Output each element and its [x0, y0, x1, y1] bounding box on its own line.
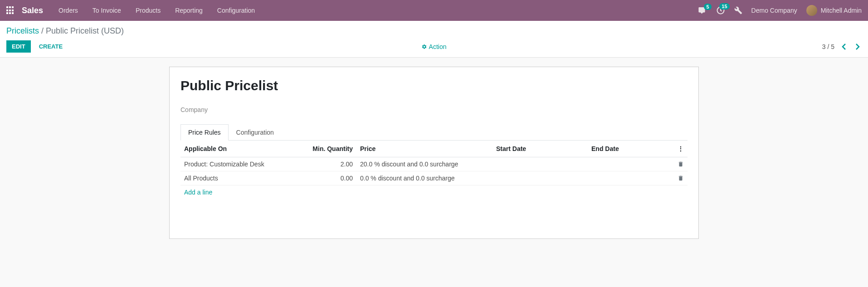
cell-end-date [588, 171, 674, 185]
company-switcher[interactable]: Demo Company [751, 7, 797, 14]
action-label: Action [429, 43, 447, 50]
page-title: Public Pricelist [180, 78, 688, 93]
user-menu[interactable]: Mitchell Admin [806, 5, 862, 16]
tab-price-rules[interactable]: Price Rules [180, 124, 229, 141]
col-applicable-on: Applicable On [180, 141, 297, 157]
edit-button[interactable]: Edit [6, 40, 31, 53]
form-sheet: Public Pricelist Company Price Rules Con… [169, 67, 699, 239]
cell-start-date [493, 171, 588, 185]
cell-min-qty: 0.00 [297, 171, 356, 185]
main-navbar: Sales Orders To Invoice Products Reporti… [0, 0, 868, 21]
kebab-icon: ⋮ [678, 145, 684, 152]
debug-icon[interactable] [734, 6, 742, 15]
tabs: Price Rules Configuration [180, 124, 688, 141]
pager: 3 / 5 [822, 41, 862, 52]
create-button[interactable]: Create [34, 40, 68, 53]
breadcrumb-current: Public Pricelist (USD) [46, 26, 124, 35]
app-name[interactable]: Sales [22, 6, 43, 15]
navbar-right: 5 15 Demo Company Mitchell Admin [698, 5, 862, 16]
trash-icon [678, 161, 684, 167]
avatar [806, 5, 817, 16]
nav-item-products[interactable]: Products [128, 0, 168, 21]
messages-badge: 5 [704, 4, 711, 10]
nav-item-orders[interactable]: Orders [51, 0, 85, 21]
nav-menu: Orders To Invoice Products Reporting Con… [51, 0, 262, 21]
cell-price: 20.0 % discount and 0.0 surcharge [356, 157, 493, 171]
control-panel: Pricelists / Public Pricelist (USD) Edit… [0, 21, 868, 58]
activities-icon[interactable]: 15 [716, 6, 725, 15]
user-name: Mitchell Admin [821, 7, 862, 14]
cell-start-date [493, 157, 588, 171]
cell-applicable-on: Product: Customizable Desk [180, 157, 297, 171]
breadcrumb-parent[interactable]: Pricelists [6, 26, 39, 35]
activities-badge: 15 [719, 3, 729, 10]
cell-min-qty: 2.00 [297, 157, 356, 171]
messaging-icon[interactable]: 5 [698, 6, 707, 15]
price-rules-table: Applicable On Min. Quantity Price Start … [180, 141, 688, 199]
apps-icon[interactable] [6, 6, 15, 15]
breadcrumb-sep: / [39, 26, 46, 35]
col-price: Price [356, 141, 493, 157]
nav-item-reporting[interactable]: Reporting [168, 0, 210, 21]
breadcrumb: Pricelists / Public Pricelist (USD) [0, 21, 868, 38]
pager-next[interactable] [853, 41, 862, 52]
chevron-left-icon [842, 43, 846, 50]
nav-item-to-invoice[interactable]: To Invoice [85, 0, 128, 21]
delete-row-button[interactable] [678, 175, 684, 181]
add-line-button[interactable]: Add a line [184, 189, 212, 196]
action-dropdown[interactable]: Action [422, 43, 447, 50]
tab-configuration[interactable]: Configuration [229, 124, 282, 140]
main-area: Public Pricelist Company Price Rules Con… [0, 58, 868, 257]
col-options[interactable]: ⋮ [674, 141, 688, 157]
table-row[interactable]: All Products 0.00 0.0 % discount and 0.0… [180, 171, 688, 185]
nav-item-configuration[interactable]: Configuration [210, 0, 262, 21]
gear-icon [422, 44, 427, 49]
cell-end-date [588, 157, 674, 171]
table-row[interactable]: Product: Customizable Desk 2.00 20.0 % d… [180, 157, 688, 171]
col-end-date: End Date [588, 141, 674, 157]
chevron-right-icon [855, 43, 860, 50]
trash-icon [678, 175, 684, 181]
pager-value[interactable]: 3 / 5 [822, 43, 834, 50]
cell-price: 0.0 % discount and 0.0 surcharge [356, 171, 493, 185]
company-field-label: Company [180, 106, 688, 113]
col-start-date: Start Date [493, 141, 588, 157]
cell-applicable-on: All Products [180, 171, 297, 185]
delete-row-button[interactable] [678, 161, 684, 167]
navbar-left: Sales Orders To Invoice Products Reporti… [6, 0, 262, 21]
col-min-qty: Min. Quantity [297, 141, 356, 157]
pager-prev[interactable] [840, 41, 848, 52]
cp-buttons: Edit Create [6, 40, 68, 53]
